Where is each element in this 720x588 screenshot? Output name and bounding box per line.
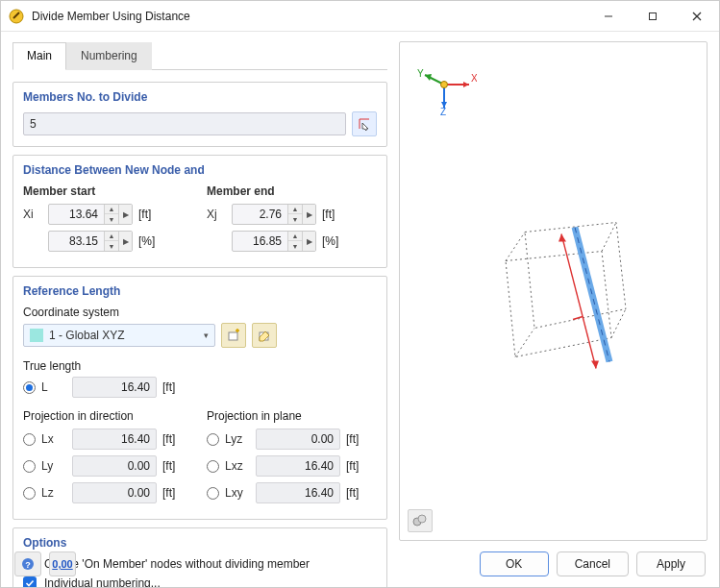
svg-text:?: ?	[25, 560, 31, 570]
ok-button[interactable]: OK	[480, 551, 549, 576]
titlebar: Divide Member Using Distance	[1, 1, 719, 32]
close-button[interactable]	[675, 1, 719, 32]
member-start-label: Member start	[23, 184, 193, 198]
unit-ft: [ft]	[346, 486, 371, 500]
svg-line-27	[573, 317, 583, 320]
svg-point-29	[418, 515, 426, 523]
window-controls	[586, 1, 719, 32]
svg-marker-10	[463, 82, 469, 87]
dropdown-caret-icon[interactable]: ▶	[118, 204, 132, 225]
checkbox-individual-numbering[interactable]	[23, 576, 37, 588]
unit-ft: [ft]	[346, 459, 371, 473]
xi-ft-input[interactable]: 13.64 ▲▼ ▶	[48, 204, 133, 225]
edit-cs-button[interactable]	[252, 323, 277, 348]
Lxz-label: Lxz	[225, 459, 250, 473]
xi-pct-input[interactable]: 83.15 ▲▼ ▶	[48, 231, 133, 252]
xi-ft-value: 13.64	[49, 208, 104, 221]
cs-value: 1 - Global XYZ	[49, 329, 198, 342]
L-label: L	[41, 380, 66, 394]
dropdown-caret-icon[interactable]: ▶	[302, 204, 315, 225]
unit-ft: [ft]	[162, 486, 187, 500]
cancel-button[interactable]: Cancel	[557, 551, 629, 576]
svg-line-21	[515, 329, 534, 357]
precision-label: 0,00	[52, 558, 72, 570]
members-input[interactable]: 5	[23, 112, 346, 135]
spin-buttons[interactable]: ▲▼	[104, 204, 118, 225]
cs-label: Coordinate system	[23, 306, 377, 319]
xj-pct-input[interactable]: 16.85 ▲▼ ▶	[232, 231, 316, 252]
svg-rect-2	[650, 12, 657, 19]
radio-Lxy[interactable]	[207, 487, 219, 500]
reference-panel: Reference Length Coordinate system 1 - G…	[12, 276, 387, 520]
member-end-label: Member end	[207, 184, 377, 198]
new-cs-button[interactable]	[221, 323, 246, 348]
distance-panel-title: Distance Between New Node and	[23, 163, 377, 177]
svg-line-19	[602, 223, 616, 252]
Lyz-value: 0.00	[256, 429, 340, 450]
xi-label: Xi	[23, 208, 42, 221]
spin-buttons[interactable]: ▲▼	[104, 231, 118, 252]
preview-3d-icon	[458, 194, 650, 408]
individual-numbering-label: Individual numbering...	[44, 576, 161, 588]
create-on-member-label: Create 'On Member' nodes without dividin…	[44, 557, 310, 571]
spin-buttons[interactable]: ▲▼	[287, 204, 302, 225]
Ly-label: Ly	[41, 459, 66, 473]
cs-swatch-icon	[30, 329, 43, 342]
tab-main[interactable]: Main	[12, 42, 66, 70]
spin-buttons[interactable]: ▲▼	[287, 231, 302, 252]
unit-ft: [ft]	[346, 432, 371, 446]
unit-ft: [ft]	[162, 380, 187, 394]
app-icon	[9, 9, 24, 24]
xj-ft-value: 2.76	[233, 208, 287, 221]
xj-ft-input[interactable]: 2.76 ▲▼ ▶	[232, 204, 316, 225]
tab-numbering[interactable]: Numbering	[66, 42, 152, 70]
axes-gizmo: X Y Z	[415, 60, 477, 118]
L-value: 16.40	[72, 377, 157, 398]
radio-Lyz[interactable]	[207, 433, 219, 446]
axis-y-label: Y	[417, 68, 424, 79]
options-panel-title: Options	[23, 536, 377, 550]
svg-line-18	[506, 233, 525, 261]
apply-button[interactable]: Apply	[636, 551, 706, 576]
unit-pct: [%]	[138, 234, 163, 248]
dropdown-caret-icon[interactable]: ▶	[118, 231, 132, 252]
help-button[interactable]: ?	[14, 551, 41, 576]
svg-marker-12	[425, 74, 432, 81]
preview-pane[interactable]: X Y Z	[399, 41, 708, 541]
Lz-value: 0.00	[72, 482, 157, 503]
members-panel: Members No. to Divide 5	[12, 82, 387, 147]
radio-Lz[interactable]	[23, 487, 36, 500]
Lxy-label: Lxy	[225, 486, 250, 500]
members-value: 5	[30, 117, 37, 131]
Ly-value: 0.00	[72, 455, 157, 477]
preview-settings-button[interactable]	[408, 509, 433, 532]
window-title: Divide Member Using Distance	[32, 10, 586, 23]
Lxz-value: 16.40	[256, 455, 340, 477]
tabs: Main Numbering	[12, 41, 387, 70]
precision-button[interactable]: 0,00	[49, 551, 76, 576]
xj-pct-value: 16.85	[233, 234, 287, 248]
true-length-label: True length	[23, 359, 377, 373]
unit-pct: [%]	[322, 234, 347, 248]
projection-plane-label: Projection in plane	[207, 409, 377, 423]
maximize-button[interactable]	[631, 1, 675, 32]
projection-dir-label: Projection in direction	[23, 409, 193, 423]
unit-ft: [ft]	[162, 459, 187, 473]
coordinate-system-select[interactable]: 1 - Global XYZ ▾	[23, 324, 215, 347]
unit-ft: [ft]	[322, 208, 347, 221]
radio-L[interactable]	[23, 381, 36, 394]
svg-rect-7	[229, 332, 237, 340]
pick-from-view-button[interactable]	[352, 111, 377, 136]
axis-z-label: Z	[440, 107, 446, 115]
chevron-down-icon: ▾	[204, 331, 209, 340]
minimize-button[interactable]	[586, 1, 631, 32]
svg-point-15	[441, 82, 448, 88]
reference-panel-title: Reference Length	[23, 284, 377, 298]
radio-Ly[interactable]	[23, 460, 36, 473]
radio-Lxz[interactable]	[207, 460, 219, 473]
radio-Lx[interactable]	[23, 433, 36, 446]
xi-pct-value: 83.15	[49, 234, 104, 248]
Lyz-label: Lyz	[225, 432, 250, 446]
dropdown-caret-icon[interactable]: ▶	[302, 231, 315, 252]
axis-x-label: X	[471, 73, 477, 84]
